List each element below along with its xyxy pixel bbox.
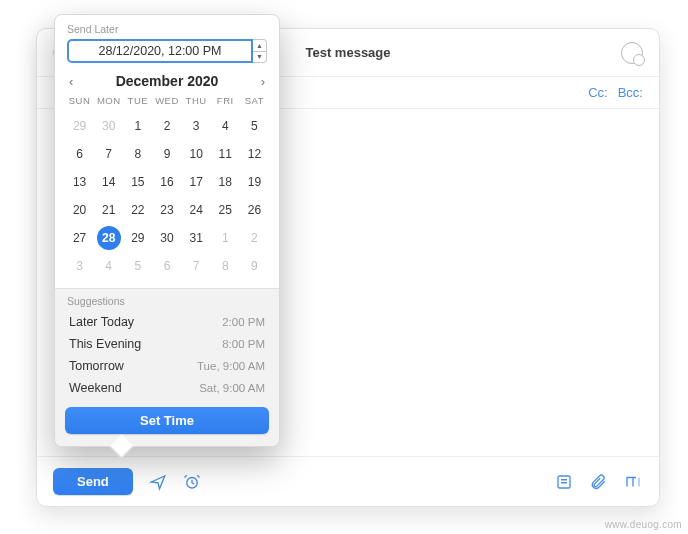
calendar-day[interactable]: 17 [182,170,211,194]
suggestion-row[interactable]: TomorrowTue, 9:00 AM [65,355,269,377]
recipient-add-icon[interactable] [621,42,643,64]
calendar-day[interactable]: 11 [211,142,240,166]
calendar-day[interactable]: 30 [152,226,181,250]
suggestion-row[interactable]: This Evening8:00 PM [65,333,269,355]
calendar-day[interactable]: 15 [123,170,152,194]
dow-label: SUN [65,95,94,110]
suggestion-time: 8:00 PM [222,338,265,350]
calendar-day[interactable]: 1 [211,226,240,250]
calendar-day[interactable]: 2 [152,114,181,138]
format-icon[interactable] [623,473,643,491]
attachment-icon[interactable] [589,473,607,491]
suggestion-label: This Evening [69,337,141,351]
calendar-day[interactable]: 16 [152,170,181,194]
suggestion-label: Later Today [69,315,134,329]
stepper-up-icon[interactable]: ▲ [253,40,266,52]
calendar-day[interactable]: 1 [123,114,152,138]
calendar-day[interactable]: 23 [152,198,181,222]
dow-label: MON [94,95,123,110]
calendar-day[interactable]: 29 [123,226,152,250]
calendar-day[interactable]: 18 [211,170,240,194]
calendar-day[interactable]: 31 [182,226,211,250]
suggestion-row[interactable]: Later Today2:00 PM [65,311,269,333]
popover-title: Send Later [55,15,279,39]
calendar-day[interactable]: 21 [94,198,123,222]
dow-label: THU [182,95,211,110]
calendar-day[interactable]: 8 [211,254,240,278]
calendar-day[interactable]: 13 [65,170,94,194]
send-later-popover: Send Later ▲ ▼ ‹ December 2020 › SUNMONT… [54,14,280,447]
suggestion-time: 2:00 PM [222,316,265,328]
calendar-grid: SUNMONTUEWEDTHUFRISAT2930123456789101112… [55,95,279,288]
calendar-day[interactable]: 27 [65,226,94,250]
calendar-day[interactable]: 4 [94,254,123,278]
next-month-icon[interactable]: › [261,74,265,89]
calendar-day[interactable]: 20 [65,198,94,222]
calendar-day[interactable]: 26 [240,198,269,222]
calendar-day[interactable]: 14 [94,170,123,194]
calendar-day[interactable]: 5 [240,114,269,138]
calendar-day[interactable]: 5 [123,254,152,278]
calendar-day[interactable]: 6 [65,142,94,166]
prev-month-icon[interactable]: ‹ [69,74,73,89]
dow-label: SAT [240,95,269,110]
calendar-day[interactable]: 9 [240,254,269,278]
calendar-day[interactable]: 7 [182,254,211,278]
svg-rect-1 [558,476,570,488]
suggestions-title: Suggestions [65,295,269,311]
calendar-day[interactable]: 29 [65,114,94,138]
date-time-input[interactable] [67,39,253,63]
date-time-field-wrap: ▲ ▼ [67,39,267,63]
send-button[interactable]: Send [53,468,133,495]
watermark: www.deuog.com [605,519,682,530]
send-later-icon[interactable] [149,473,167,491]
calendar-day[interactable]: 3 [65,254,94,278]
subject-title: Test message [305,45,390,60]
compose-toolbar: Send [37,456,659,506]
calendar-day[interactable]: 6 [152,254,181,278]
calendar-day[interactable]: 25 [211,198,240,222]
calendar-day[interactable]: 2 [240,226,269,250]
cc-button[interactable]: Cc: [588,85,608,100]
template-icon[interactable] [555,473,573,491]
suggestion-label: Weekend [69,381,122,395]
dow-label: TUE [123,95,152,110]
bcc-button[interactable]: Bcc: [618,85,643,100]
calendar-day[interactable]: 4 [211,114,240,138]
calendar-day[interactable]: 30 [94,114,123,138]
suggestion-time: Tue, 9:00 AM [197,360,265,372]
stepper-down-icon[interactable]: ▼ [253,52,266,63]
calendar-day-selected[interactable]: 28 [97,226,121,250]
reminder-icon[interactable] [183,473,201,491]
calendar-day[interactable]: 8 [123,142,152,166]
month-nav: ‹ December 2020 › [55,71,279,95]
month-title: December 2020 [116,73,219,89]
suggestion-row[interactable]: WeekendSat, 9:00 AM [65,377,269,399]
calendar-day[interactable]: 19 [240,170,269,194]
calendar-day[interactable]: 24 [182,198,211,222]
dow-label: FRI [211,95,240,110]
calendar-day[interactable]: 10 [182,142,211,166]
dow-label: WED [152,95,181,110]
calendar-day[interactable]: 12 [240,142,269,166]
stepper[interactable]: ▲ ▼ [253,39,267,63]
calendar-day[interactable]: 3 [182,114,211,138]
calendar-day[interactable]: 7 [94,142,123,166]
set-time-button[interactable]: Set Time [65,407,269,434]
suggestion-label: Tomorrow [69,359,124,373]
calendar-day[interactable]: 22 [123,198,152,222]
suggestions-panel: Suggestions Later Today2:00 PMThis Eveni… [55,288,279,446]
calendar-day[interactable]: 9 [152,142,181,166]
suggestion-time: Sat, 9:00 AM [199,382,265,394]
